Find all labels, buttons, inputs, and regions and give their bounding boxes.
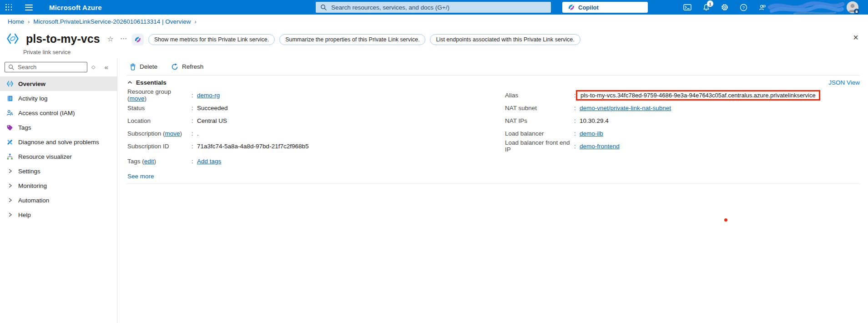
- main-content: Delete Refresh Essentials JSON View Reso…: [117, 58, 868, 323]
- sidebar-item-label: Overview: [18, 81, 45, 87]
- global-search[interactable]: [316, 2, 551, 13]
- topbar-icon-group: 1 ?: [683, 0, 766, 15]
- essentials-right-column: Alias : pls-to-my-vcs.34fc78ed-9759-4686…: [505, 89, 820, 152]
- essentials-title[interactable]: Essentials: [136, 79, 167, 86]
- row-label: Load balancer front end IP: [505, 139, 574, 153]
- chevron-right-icon: [6, 197, 14, 203]
- sidebar-item-resource-visualizer[interactable]: Resource visualizer: [0, 149, 117, 164]
- notifications-bell-icon[interactable]: 1: [702, 3, 710, 11]
- sidebar-item-label: Activity log: [18, 95, 48, 102]
- colon: :: [574, 143, 580, 150]
- row-label: Status: [127, 105, 192, 111]
- help-icon[interactable]: ?: [739, 3, 747, 11]
- see-more-link[interactable]: See more: [127, 173, 154, 180]
- chevron-up-icon[interactable]: [127, 80, 133, 85]
- sidebar-item-label: Resource visualizer: [18, 153, 72, 160]
- lb-frontend-link[interactable]: demo-frontend: [580, 143, 620, 150]
- global-search-input[interactable]: [330, 4, 546, 11]
- subscription-id-value: 71a3fc74-5a8a-4a8d-97bd-21f7c2f968b5: [197, 143, 308, 150]
- red-dot-annotation: [724, 218, 727, 222]
- sidebar-group-monitoring[interactable]: Monitoring: [0, 178, 117, 193]
- chevron-right-icon: [6, 183, 14, 188]
- colon: :: [192, 92, 197, 99]
- sidebar-nav: Overview Activity log Access control (IA…: [0, 76, 117, 222]
- sidebar-item-access-control-iam[interactable]: Access control (IAM): [0, 106, 117, 120]
- hamburger-menu-icon[interactable]: [25, 5, 33, 10]
- subscription-value: .: [197, 130, 199, 137]
- pin-toggle-icon[interactable]: ◇: [91, 64, 95, 70]
- move-link[interactable]: move: [165, 130, 180, 137]
- json-view-link[interactable]: JSON View: [828, 79, 860, 86]
- trash-icon: [130, 63, 136, 71]
- nat-subnet-link[interactable]: demo-vnet/private-link-nat-subnet: [580, 105, 671, 111]
- row-label-suffix: ): [180, 130, 182, 137]
- sidebar-item-tags[interactable]: Tags: [0, 120, 117, 135]
- copilot-button[interactable]: Copilot: [562, 2, 648, 13]
- load-balancer-link[interactable]: demo-ilb: [580, 130, 603, 137]
- row-label: NAT subnet: [505, 105, 574, 111]
- favorite-star-icon[interactable]: ☆: [107, 35, 114, 43]
- app-launcher-icon[interactable]: [5, 4, 12, 11]
- row-label-suffix: ): [154, 158, 156, 165]
- copilot-prompt-summarize[interactable]: Summarize the properties of this Private…: [279, 34, 425, 45]
- sidebar-group-settings[interactable]: Settings: [0, 164, 117, 178]
- essentials-row-alias: Alias : pls-to-my-vcs.34fc78ed-9759-4686…: [505, 89, 820, 101]
- search-icon: [8, 64, 14, 70]
- product-title: Microsoft Azure: [49, 4, 102, 11]
- sidebar-group-automation[interactable]: Automation: [0, 193, 117, 207]
- feedback-icon[interactable]: [758, 3, 766, 11]
- add-tags-link[interactable]: Add tags: [197, 158, 221, 165]
- breadcrumb-resource-link[interactable]: Microsoft.PrivateLinkService-20260106113…: [33, 18, 191, 25]
- more-options-icon[interactable]: ⋯: [120, 35, 127, 43]
- sidebar-item-activity-log[interactable]: Activity log: [0, 91, 117, 106]
- copilot-prompt-metrics[interactable]: Show me metrics for this Private Link se…: [148, 34, 275, 45]
- sidebar-item-label: Help: [18, 212, 31, 218]
- essentials-row-tags: Tags (edit) : Add tags: [127, 155, 868, 167]
- row-label: NAT IPs: [505, 117, 574, 124]
- collapse-menu-icon[interactable]: «: [104, 63, 108, 71]
- essentials-row-nat-subnet: NAT subnet : demo-vnet/private-link-nat-…: [505, 101, 820, 114]
- overview-icon: [6, 80, 14, 87]
- row-label: Load balancer: [505, 130, 574, 137]
- refresh-button[interactable]: Refresh: [171, 63, 203, 71]
- sidebar-item-overview[interactable]: Overview: [0, 76, 117, 91]
- cloud-shell-icon[interactable]: [683, 3, 691, 11]
- colon: :: [192, 158, 197, 165]
- essentials-row-nat-ips: NAT IPs : 10.30.29.4: [505, 114, 820, 127]
- move-link[interactable]: move: [130, 95, 145, 102]
- breadcrumb-home-link[interactable]: Home: [8, 18, 24, 25]
- copilot-button-label: Copilot: [578, 4, 642, 11]
- lock-icon: [854, 9, 859, 14]
- sidebar-group-help[interactable]: Help: [0, 207, 117, 222]
- row-label: Subscription ID: [127, 143, 192, 150]
- location-value: Central US: [197, 117, 227, 124]
- colon: :: [192, 143, 197, 150]
- sidebar-search[interactable]: [5, 62, 87, 72]
- copilot-logo-icon: [568, 4, 575, 11]
- delete-button[interactable]: Delete: [130, 63, 157, 71]
- row-label: Subscription (: [127, 130, 165, 137]
- close-icon[interactable]: ×: [853, 33, 858, 42]
- page-header: pls-to-my-vcs ☆ ⋯ Private link service S…: [0, 28, 868, 58]
- essentials-row-load-balancer: Load balancer : demo-ilb: [505, 127, 820, 140]
- azure-portal-screen: Microsoft Azure Copilot: [0, 0, 868, 323]
- colon: :: [574, 130, 580, 137]
- sidebar-search-input[interactable]: [17, 63, 84, 71]
- copilot-prompt-endpoints[interactable]: List endpoints associated with this Priv…: [430, 34, 580, 45]
- account-avatar[interactable]: [847, 1, 858, 13]
- row-label: Location: [127, 117, 192, 124]
- top-bar: Microsoft Azure Copilot: [0, 0, 868, 15]
- resource-type-subtitle: Private link service: [23, 49, 71, 56]
- tags-icon: [6, 124, 14, 131]
- status-value: Succeeded: [197, 105, 228, 111]
- diagnose-tools-icon: [6, 139, 14, 146]
- sidebar-item-diagnose[interactable]: Diagnose and solve problems: [0, 135, 117, 149]
- nat-ips-value: 10.30.29.4: [580, 117, 609, 124]
- page-title: pls-to-my-vcs: [26, 33, 100, 45]
- resource-visualizer-icon: [6, 153, 14, 160]
- edit-link[interactable]: edit: [144, 158, 154, 165]
- copilot-logo-icon[interactable]: [132, 34, 144, 45]
- alias-value-highlighted: pls-to-my-vcs.34fc78ed-9759-4686-9e3a-94…: [576, 90, 820, 101]
- settings-gear-icon[interactable]: [721, 3, 729, 11]
- resource-group-link[interactable]: demo-rg: [197, 92, 220, 99]
